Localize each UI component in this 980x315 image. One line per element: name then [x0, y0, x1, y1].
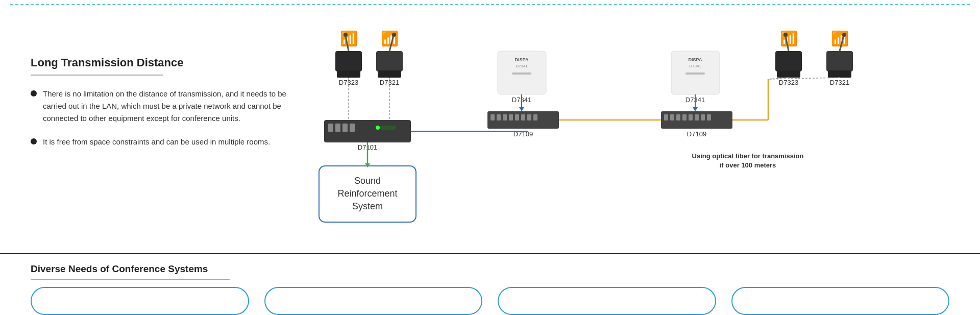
svg-rect-60 — [707, 114, 711, 120]
svg-rect-15 — [342, 124, 348, 132]
svg-rect-53 — [664, 114, 668, 120]
svg-text:D7341: D7341 — [689, 64, 701, 68]
svg-rect-13 — [328, 124, 333, 132]
svg-rect-70 — [826, 51, 853, 71]
svg-line-68 — [786, 36, 789, 51]
svg-rect-42 — [533, 114, 537, 120]
svg-text:D7101: D7101 — [358, 143, 377, 151]
svg-rect-54 — [670, 114, 674, 120]
bottom-section: Diverse Needs of Conference Systems — [0, 253, 980, 315]
section-title: Long Transmission Distance — [31, 56, 296, 69]
svg-rect-59 — [701, 114, 705, 120]
bottom-section-title: Diverse Needs of Conference Systems — [31, 263, 949, 275]
svg-text:D7341: D7341 — [512, 96, 531, 104]
svg-rect-14 — [335, 124, 340, 132]
bullet-dot — [31, 138, 37, 144]
svg-rect-66 — [775, 51, 802, 71]
svg-text:D7321: D7321 — [380, 79, 399, 86]
svg-rect-55 — [676, 114, 680, 120]
svg-rect-7 — [378, 70, 401, 78]
title-underline — [31, 75, 163, 76]
svg-rect-67 — [777, 70, 800, 78]
svg-text:Reinforcement: Reinforcement — [337, 188, 397, 199]
bottom-card-4[interactable] — [731, 287, 950, 315]
svg-text:if over 100 meters: if over 100 meters — [720, 161, 776, 169]
bullet-text-2: It is free from space constraints and ca… — [43, 136, 270, 148]
svg-text:📶: 📶 — [831, 30, 849, 47]
svg-rect-16 — [350, 124, 355, 132]
diagram-container: 📶 📶 D7323 D — [296, 26, 949, 240]
svg-line-8 — [389, 36, 394, 51]
svg-rect-2 — [335, 51, 362, 71]
svg-text:D7109: D7109 — [687, 130, 706, 138]
svg-line-72 — [840, 36, 844, 51]
list-item: There is no limitation on the distance o… — [31, 88, 296, 125]
svg-point-9 — [392, 33, 396, 37]
svg-rect-40 — [521, 114, 525, 120]
svg-rect-12 — [324, 120, 411, 142]
svg-rect-36 — [497, 114, 501, 120]
svg-rect-34 — [487, 111, 559, 129]
svg-text:System: System — [352, 201, 383, 211]
svg-line-81 — [768, 78, 840, 79]
svg-rect-48 — [685, 72, 705, 75]
svg-rect-39 — [515, 114, 519, 120]
bullet-text-1: There is no limitation on the distance o… — [43, 88, 296, 125]
svg-marker-51 — [693, 107, 698, 111]
svg-rect-20 — [319, 166, 416, 222]
svg-rect-35 — [491, 114, 495, 120]
svg-line-80 — [768, 78, 789, 79]
svg-point-5 — [344, 33, 348, 37]
main-content: Long Transmission Distance There is no l… — [0, 10, 980, 315]
bottom-cards — [31, 287, 949, 315]
svg-text:D7323: D7323 — [339, 79, 358, 86]
svg-rect-56 — [682, 114, 687, 120]
list-item: It is free from space constraints and ca… — [31, 136, 296, 148]
svg-text:D7341: D7341 — [516, 64, 528, 68]
bottom-card-1[interactable] — [31, 287, 249, 315]
svg-marker-33 — [519, 107, 524, 111]
svg-point-73 — [842, 33, 846, 37]
svg-rect-30 — [512, 72, 531, 75]
svg-text:DISPA: DISPA — [689, 57, 702, 62]
svg-text:D7323: D7323 — [779, 79, 798, 86]
svg-rect-3 — [337, 70, 360, 78]
svg-line-4 — [346, 36, 349, 51]
svg-rect-37 — [503, 114, 507, 120]
diagram-svg: 📶 📶 D7323 D — [296, 26, 949, 240]
svg-rect-6 — [376, 51, 403, 71]
svg-text:D7321: D7321 — [830, 79, 849, 86]
svg-rect-27 — [498, 51, 546, 94]
svg-rect-58 — [695, 114, 699, 120]
svg-rect-38 — [509, 114, 513, 120]
top-section: Long Transmission Distance There is no l… — [0, 10, 980, 253]
right-panel: 📶 📶 D7323 D — [296, 26, 949, 243]
svg-text:Using optical fiber for transm: Using optical fiber for transmission — [692, 152, 804, 160]
bottom-card-3[interactable] — [498, 287, 716, 315]
bottom-card-2[interactable] — [264, 287, 483, 315]
svg-text:📶: 📶 — [381, 30, 399, 47]
svg-text:D7341: D7341 — [685, 96, 705, 104]
svg-text:Sound: Sound — [354, 176, 381, 186]
svg-text:📶: 📶 — [340, 30, 358, 47]
svg-rect-52 — [661, 111, 732, 129]
svg-text:DISPA: DISPA — [515, 57, 529, 62]
svg-rect-17 — [380, 126, 396, 130]
svg-rect-41 — [527, 114, 531, 120]
left-panel: Long Transmission Distance There is no l… — [31, 26, 296, 243]
svg-point-69 — [783, 33, 788, 37]
svg-rect-71 — [828, 70, 851, 78]
svg-rect-57 — [689, 114, 693, 120]
svg-text:D7109: D7109 — [513, 130, 533, 138]
svg-marker-25 — [365, 163, 370, 167]
svg-point-18 — [376, 126, 380, 130]
svg-rect-45 — [671, 51, 720, 94]
top-dashed-border — [10, 4, 970, 5]
bullet-dot — [31, 90, 37, 96]
bottom-underline — [31, 279, 230, 280]
svg-text:📶: 📶 — [780, 30, 798, 47]
bullet-list: There is no limitation on the distance o… — [31, 88, 296, 148]
